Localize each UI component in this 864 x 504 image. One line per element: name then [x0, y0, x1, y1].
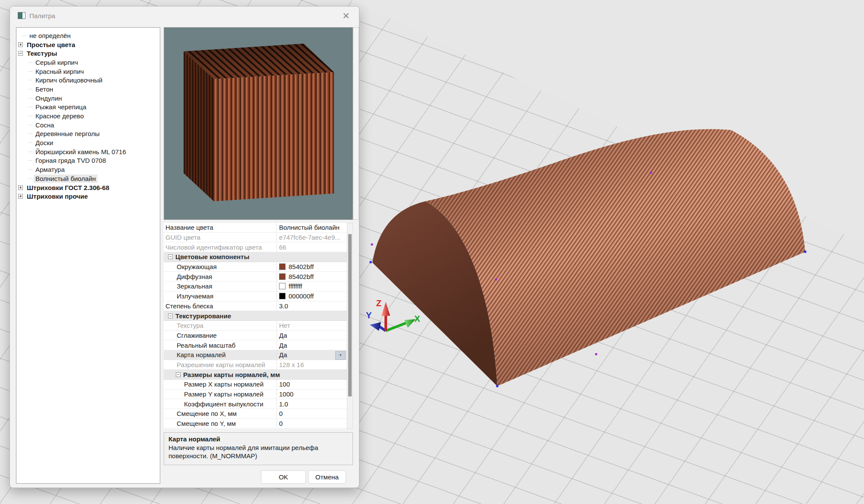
property-group-row[interactable]: −Размеры карты нормалей, мм	[164, 370, 347, 380]
property-row[interactable]: Степень блеска3.0	[164, 301, 347, 311]
tree-item[interactable]: +Штриховки ГОСТ 2.306-68	[16, 183, 160, 192]
property-row[interactable]: Окружающая85402bff	[164, 262, 347, 272]
dialog-titlebar[interactable]: Палитра ✕	[10, 6, 359, 25]
tree-item[interactable]: +Штриховки прочие	[16, 192, 160, 201]
tree-item[interactable]: Йоркширский камень ML 0716	[16, 147, 160, 156]
tree-item[interactable]: Доски	[16, 138, 160, 147]
property-value[interactable]: 1000	[277, 390, 347, 399]
property-value-text: Да	[279, 342, 287, 349]
property-value[interactable]: 85402bff	[277, 262, 347, 272]
tree-item[interactable]: не определён	[16, 31, 160, 40]
tree-item-label: Сосна	[34, 121, 56, 129]
property-value[interactable]: 0	[277, 409, 347, 418]
material-preview[interactable]	[164, 27, 353, 220]
property-row[interactable]: Размер Y карты нормалей1000	[164, 390, 347, 399]
expand-icon[interactable]: +	[18, 42, 23, 47]
property-value[interactable]: 3.0	[277, 301, 347, 311]
property-value-text: 3.0	[279, 302, 288, 310]
tree-connector	[29, 116, 32, 116]
tree-item[interactable]: Рыжая черепица	[16, 103, 160, 112]
tree-item[interactable]: Деревянные перголы	[16, 130, 160, 139]
dialog-title: Палитра	[29, 12, 55, 19]
property-value[interactable]: 128 x 16	[277, 360, 347, 370]
tree-item[interactable]: Красное дерево	[16, 111, 160, 120]
chevron-down-icon[interactable]: ▾	[335, 351, 346, 360]
property-row[interactable]: Смещение по Y, мм0	[164, 419, 347, 429]
property-row[interactable]: GUID цветаe747fc6e-7aec-4e9...	[164, 233, 347, 243]
tree-item[interactable]: Горная гряда TVD 0708	[16, 156, 160, 165]
property-value[interactable]: 85402bff	[277, 272, 347, 281]
group-label: Цветовые компоненты	[175, 253, 249, 260]
property-value[interactable]: ffffffff	[277, 282, 347, 291]
property-row[interactable]: СглаживаниеДа	[164, 331, 347, 341]
collapse-icon[interactable]: −	[168, 314, 173, 318]
tree-connector	[29, 89, 32, 89]
property-value[interactable]: 1.0	[277, 399, 347, 409]
property-group-row[interactable]: −Текстурирование	[164, 311, 347, 321]
tree-item[interactable]: −Текстуры	[16, 49, 160, 58]
tree-item-label: Доски	[34, 139, 55, 147]
property-value[interactable]: 000000ff	[277, 292, 347, 301]
tree-item-label: Серый кирпич	[34, 58, 79, 67]
property-value-text: Да	[279, 332, 287, 339]
property-row[interactable]: Диффузная85402bff	[164, 272, 347, 282]
tree-item[interactable]: Серый кирпич	[16, 58, 160, 67]
tree-item[interactable]: Кирпич облицовочный	[16, 76, 160, 85]
preview-scrollbar[interactable]	[353, 27, 359, 220]
property-row[interactable]: Реальный масштабДа	[164, 340, 347, 350]
color-swatch[interactable]	[279, 283, 286, 289]
property-row[interactable]: Размер X карты нормалей100	[164, 380, 347, 390]
group-label: Текстурирование	[175, 312, 231, 320]
tree-item[interactable]: Сосна	[16, 120, 160, 130]
tree-item[interactable]: Бетон	[16, 85, 160, 94]
expand-icon[interactable]: +	[18, 194, 23, 199]
palette-tree[interactable]: не определён+Простые цвета−ТекстурыСерый…	[16, 27, 160, 484]
property-row[interactable]: Карта нормалейДа▾	[164, 350, 347, 360]
color-swatch[interactable]	[279, 273, 286, 280]
property-value-text: 100	[279, 380, 290, 388]
collapse-icon[interactable]: −	[176, 372, 181, 377]
property-row[interactable]: Название цветаВолнистый биолайн	[164, 223, 347, 233]
collapse-icon[interactable]: −	[18, 51, 23, 56]
ok-button[interactable]: OK	[261, 470, 306, 484]
vault-model[interactable]	[372, 129, 805, 386]
property-scrollbar[interactable]	[347, 223, 353, 429]
description-text: Наличие карты нормалей для имитации рель…	[168, 444, 348, 460]
property-value[interactable]: Да	[277, 340, 347, 350]
property-row[interactable]: Числовой идентификатор цвета66	[164, 242, 347, 252]
property-row[interactable]: ТекстураНет	[164, 321, 347, 331]
tree-connector	[29, 80, 32, 80]
color-swatch[interactable]	[279, 293, 286, 299]
property-value[interactable]: e747fc6e-7aec-4e9...	[277, 233, 347, 242]
tree-item[interactable]: Арматура	[16, 165, 160, 174]
property-value[interactable]: Нет	[277, 321, 347, 330]
tree-item-label: Арматура	[34, 165, 67, 174]
property-value[interactable]: 66	[277, 242, 347, 252]
tree-item[interactable]: Волнистый биолайн	[16, 174, 160, 183]
property-row[interactable]: Разрешение карты нормалей128 x 16	[164, 360, 347, 370]
property-value[interactable]: Волнистый биолайн	[277, 223, 347, 232]
property-row[interactable]: Коэффициент выпуклости1.0	[164, 399, 347, 409]
close-icon[interactable]: ✕	[340, 10, 352, 22]
color-swatch[interactable]	[279, 263, 286, 270]
property-label: Смещение по X, мм	[164, 409, 277, 418]
axis-y-label: Y	[366, 311, 372, 320]
property-value[interactable]: 100	[277, 380, 347, 389]
property-value[interactable]: Да▾	[277, 350, 347, 360]
property-group-row[interactable]: −Цветовые компоненты	[164, 252, 347, 262]
property-row[interactable]: Зеркальнаяffffffff	[164, 282, 347, 292]
property-label: Числовой идентификатор цвета	[164, 242, 277, 252]
expand-icon[interactable]: +	[18, 185, 23, 190]
property-row[interactable]: Смещение по X, мм0	[164, 409, 347, 419]
property-label: Размер Y карты нормалей	[164, 390, 277, 399]
property-value[interactable]: 0	[277, 419, 347, 428]
tree-item[interactable]: Ондулин	[16, 94, 160, 103]
property-value[interactable]: Да	[277, 331, 347, 340]
scrollbar-thumb[interactable]	[348, 234, 352, 396]
tree-item[interactable]: +Простые цвета	[16, 40, 160, 49]
property-row[interactable]: Излучаемая000000ff	[164, 292, 347, 301]
collapse-icon[interactable]: −	[168, 254, 173, 259]
tree-item[interactable]: Красный кирпич	[16, 67, 160, 76]
tree-connector	[29, 62, 32, 63]
cancel-button[interactable]: Отмена	[308, 470, 346, 484]
